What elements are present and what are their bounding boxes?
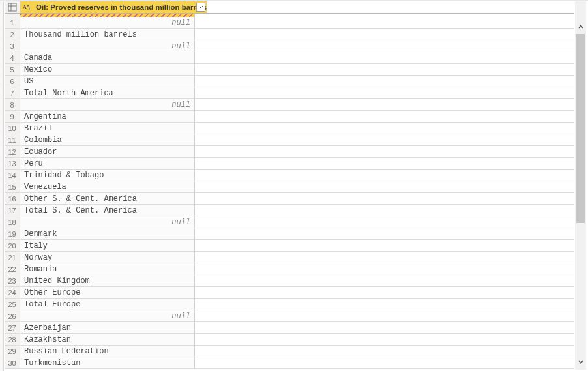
- row-number[interactable]: 10: [5, 123, 20, 134]
- column-header[interactable]: A B C Oil: Proved reserves in thousand m…: [20, 1, 207, 13]
- vertical-scrollbar[interactable]: [575, 1, 586, 370]
- cell-value[interactable]: Peru: [20, 158, 195, 169]
- cell-value[interactable]: Total S. & Cent. America: [20, 205, 195, 216]
- table-row[interactable]: 19Denmark: [5, 228, 574, 240]
- cell-value[interactable]: null: [20, 99, 195, 110]
- cell-value[interactable]: Brazil: [20, 123, 195, 134]
- row-number[interactable]: 7: [5, 87, 20, 98]
- cell-value[interactable]: Norway: [20, 252, 195, 263]
- cell-value[interactable]: null: [20, 40, 195, 52]
- table-row[interactable]: 15Venezuela: [5, 181, 574, 193]
- scroll-thumb[interactable]: [576, 34, 585, 223]
- row-number[interactable]: 20: [5, 240, 20, 251]
- table-row[interactable]: 11Colombia: [5, 134, 574, 146]
- cell-value[interactable]: Russian Federation: [20, 346, 195, 357]
- cell-value[interactable]: Ecuador: [20, 146, 195, 157]
- table-row[interactable]: 29Russian Federation: [5, 346, 574, 357]
- data-grid[interactable]: A B C Oil: Proved reserves in thousand m…: [5, 1, 574, 370]
- table-row[interactable]: 27Azerbaijan: [5, 322, 574, 334]
- table-row[interactable]: 20Italy: [5, 240, 574, 252]
- cell-value[interactable]: Kazakhstan: [20, 334, 195, 345]
- table-row[interactable]: 22Romania: [5, 263, 574, 275]
- row-number[interactable]: 26: [5, 310, 20, 321]
- cell-value[interactable]: Total Europe: [20, 299, 195, 310]
- table-row[interactable]: 23United Kingdom: [5, 275, 574, 287]
- cell-value[interactable]: Other Europe: [20, 287, 195, 298]
- row-number[interactable]: 1: [5, 17, 20, 28]
- cell-value[interactable]: Italy: [20, 240, 195, 251]
- row-number[interactable]: 23: [5, 275, 20, 286]
- cell-value[interactable]: Venezuela: [20, 181, 195, 192]
- row-number[interactable]: 14: [5, 170, 20, 181]
- row-number[interactable]: 18: [5, 216, 20, 228]
- cell-value[interactable]: Colombia: [20, 134, 195, 145]
- table-row[interactable]: 2Thousand million barrels: [5, 29, 574, 40]
- cell-value[interactable]: Mexico: [20, 64, 195, 75]
- cell-value[interactable]: Other S. & Cent. America: [20, 193, 195, 204]
- row-number[interactable]: 17: [5, 205, 20, 216]
- table-row[interactable]: 25Total Europe: [5, 299, 574, 310]
- cell-value[interactable]: Turkmenistan: [20, 357, 195, 368]
- row-number[interactable]: 11: [5, 134, 20, 145]
- table-row[interactable]: 21Norway: [5, 252, 574, 263]
- scroll-down-button[interactable]: [575, 356, 586, 367]
- table-row[interactable]: 10Brazil: [5, 123, 574, 134]
- row-number[interactable]: 16: [5, 193, 20, 204]
- cell-value[interactable]: Trinidad & Tobago: [20, 170, 195, 181]
- row-number[interactable]: 13: [5, 158, 20, 169]
- row-number[interactable]: 24: [5, 287, 20, 298]
- row-number[interactable]: 3: [5, 40, 20, 52]
- row-number[interactable]: 8: [5, 99, 20, 110]
- table-row[interactable]: 12Ecuador: [5, 146, 574, 158]
- cell-value[interactable]: United Kingdom: [20, 275, 195, 286]
- row-number[interactable]: 5: [5, 64, 20, 75]
- table-row[interactable]: 16Other S. & Cent. America: [5, 193, 574, 205]
- cell-value[interactable]: US: [20, 76, 195, 87]
- table-row[interactable]: 3null: [5, 40, 574, 52]
- table-row[interactable]: 17Total S. & Cent. America: [5, 205, 574, 216]
- row-number[interactable]: 27: [5, 322, 20, 333]
- table-row[interactable]: 9Argentina: [5, 111, 574, 123]
- table-row[interactable]: 5Mexico: [5, 64, 574, 76]
- table-row[interactable]: 13Peru: [5, 158, 574, 170]
- row-number[interactable]: 6: [5, 76, 20, 87]
- row-number[interactable]: 21: [5, 252, 20, 263]
- cell-value[interactable]: Canada: [20, 52, 195, 63]
- scroll-up-button[interactable]: [575, 21, 586, 32]
- cell-value[interactable]: Total North America: [20, 87, 195, 98]
- table-row[interactable]: 18null: [5, 216, 574, 228]
- cell-value[interactable]: null: [20, 216, 195, 228]
- row-number[interactable]: 4: [5, 52, 20, 63]
- table-row[interactable]: 14Trinidad & Tobago: [5, 170, 574, 181]
- table-icon: [8, 3, 17, 12]
- row-number[interactable]: 19: [5, 228, 20, 239]
- cell-value[interactable]: Azerbaijan: [20, 322, 195, 333]
- select-all-corner[interactable]: [5, 1, 20, 13]
- table-row[interactable]: 30Turkmenistan: [5, 357, 574, 369]
- cell-value[interactable]: Argentina: [20, 111, 195, 122]
- rows-container: 1null2Thousand million barrels3null4Cana…: [5, 17, 574, 369]
- row-number[interactable]: 30: [5, 357, 20, 368]
- row-number[interactable]: 22: [5, 263, 20, 275]
- cell-value[interactable]: Thousand million barrels: [20, 29, 195, 40]
- row-number[interactable]: 9: [5, 111, 20, 122]
- row-number[interactable]: 12: [5, 146, 20, 157]
- table-row[interactable]: 24Other Europe: [5, 287, 574, 299]
- table-row[interactable]: 7Total North America: [5, 87, 574, 99]
- cell-value[interactable]: null: [20, 310, 195, 321]
- row-number[interactable]: 25: [5, 299, 20, 310]
- row-number[interactable]: 29: [5, 346, 20, 357]
- column-filter-dropdown[interactable]: [196, 3, 205, 12]
- table-row[interactable]: 26null: [5, 310, 574, 322]
- cell-value[interactable]: Romania: [20, 263, 195, 275]
- table-row[interactable]: 1null: [5, 17, 574, 29]
- row-number[interactable]: 2: [5, 29, 20, 40]
- cell-value[interactable]: Denmark: [20, 228, 195, 239]
- table-row[interactable]: 4Canada: [5, 52, 574, 64]
- table-row[interactable]: 28Kazakhstan: [5, 334, 574, 346]
- table-row[interactable]: 8null: [5, 99, 574, 111]
- cell-value[interactable]: null: [20, 17, 195, 28]
- table-row[interactable]: 6US: [5, 76, 574, 87]
- row-number[interactable]: 28: [5, 334, 20, 345]
- row-number[interactable]: 15: [5, 181, 20, 192]
